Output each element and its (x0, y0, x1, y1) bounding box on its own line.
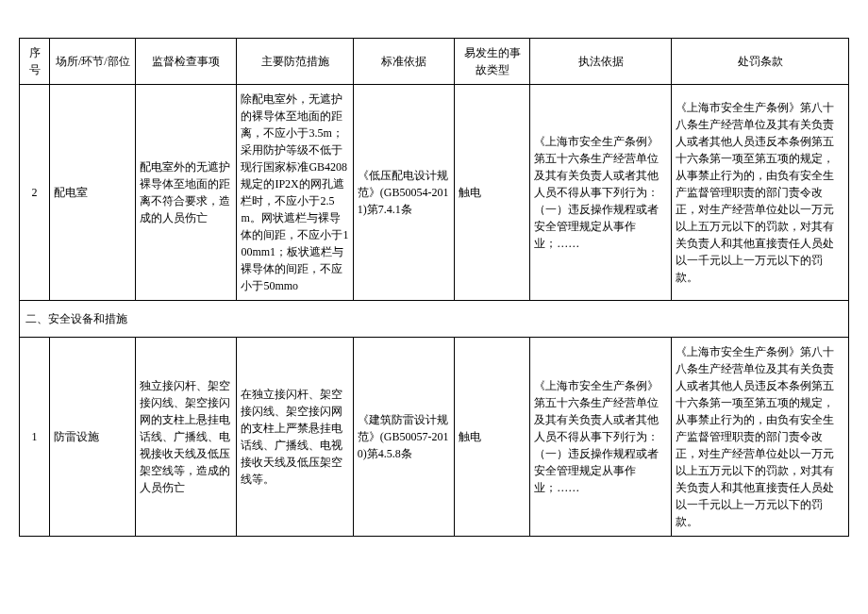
cell-accident: 触电 (454, 85, 529, 301)
cell-penalty: 《上海市安全生产条例》第八十八条生产经营单位及其有关负责人或者其他人员违反本条例… (672, 338, 849, 537)
cell-standard: 《建筑防雷设计规范》(GB50057-2010)第4.5.8条 (353, 338, 454, 537)
table-row: 2 配电室 配电室外的无遮护裸导体至地面的距离不符合要求，造成的人员伤亡 除配电… (20, 85, 849, 301)
cell-penalty: 《上海市安全生产条例》第八十八条生产经营单位及其有关负责人或者其他人员违反本条例… (672, 85, 849, 301)
cell-seq: 2 (20, 85, 50, 301)
cell-accident: 触电 (454, 338, 529, 537)
header-prevent: 主要防范措施 (237, 39, 353, 85)
cell-inspect: 配电室外的无遮护裸导体至地面的距离不符合要求，造成的人员伤亡 (136, 85, 237, 301)
table-row: 1 防雷设施 独立接闪杆、架空接闪线、架空接闪网的支柱上悬挂电话线、广播线、电视… (20, 338, 849, 537)
section-title: 二、安全设备和措施 (20, 301, 849, 338)
header-penalty: 处罚条款 (672, 39, 849, 85)
table-header-row: 序号 场所/环节/部位 监督检查事项 主要防范措施 标准依据 易发生的事故类型 … (20, 39, 849, 85)
header-standard: 标准依据 (353, 39, 454, 85)
header-basis: 执法依据 (530, 39, 672, 85)
cell-place: 配电室 (50, 85, 136, 301)
cell-basis: 《上海市安全生产条例》第五十六条生产经营单位及其有关负责人或者其他人员不得从事下… (530, 85, 672, 301)
cell-inspect: 独立接闪杆、架空接闪线、架空接闪网的支柱上悬挂电话线、广播线、电视接收天线及低压… (136, 338, 237, 537)
cell-basis: 《上海市安全生产条例》第五十六条生产经营单位及其有关负责人或者其他人员不得从事下… (530, 338, 672, 537)
header-seq: 序号 (20, 39, 50, 85)
cell-prevent: 除配电室外，无遮护的裸导体至地面的距离，不应小于3.5m；采用防护等级不低于现行… (237, 85, 353, 301)
header-inspect: 监督检查事项 (136, 39, 237, 85)
header-place: 场所/环节/部位 (50, 39, 136, 85)
header-accident: 易发生的事故类型 (454, 39, 529, 85)
cell-standard: 《低压配电设计规范》(GB50054-2011)第7.4.1条 (353, 85, 454, 301)
cell-prevent: 在独立接闪杆、架空接闪线、架空接闪网的支柱上严禁悬挂电话线、广播线、电视接收天线… (237, 338, 353, 537)
cell-seq: 1 (20, 338, 50, 537)
regulation-table: 序号 场所/环节/部位 监督检查事项 主要防范措施 标准依据 易发生的事故类型 … (19, 38, 849, 537)
cell-place: 防雷设施 (50, 338, 136, 537)
section-row: 二、安全设备和措施 (20, 301, 849, 338)
